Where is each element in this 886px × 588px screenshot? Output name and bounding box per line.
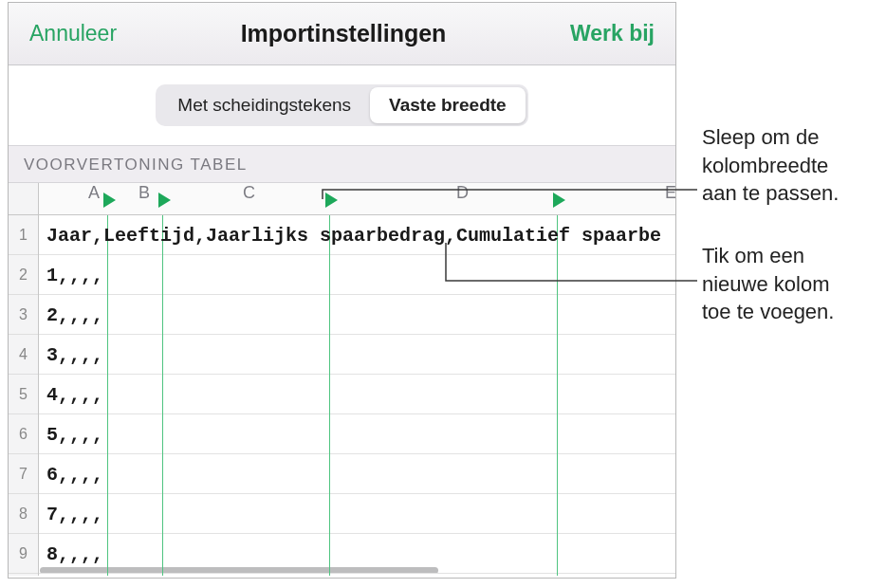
- callout-tap: Tik om een nieuwe kolom toe te voegen.: [702, 242, 834, 326]
- section-header-preview: VOORVERTONING TABEL: [9, 145, 675, 183]
- row-content: 2,,,,: [46, 304, 103, 326]
- column-divider-line[interactable]: [557, 215, 558, 576]
- column-divider-handle[interactable]: [103, 193, 116, 208]
- row-content: 7,,,,: [46, 504, 103, 525]
- row-content: 1,,,,: [46, 265, 103, 286]
- apply-button[interactable]: Werk bij: [570, 21, 655, 46]
- row-header: 8: [9, 494, 38, 534]
- column-divider-line[interactable]: [107, 215, 108, 576]
- column-divider-handle[interactable]: [325, 193, 338, 208]
- row-header: 3: [9, 295, 38, 335]
- segment-fixed-width[interactable]: Vaste breedte: [370, 87, 526, 123]
- mode-segment-row: Met scheidingstekens Vaste breedte: [9, 65, 675, 145]
- column-divider-line[interactable]: [162, 215, 163, 576]
- preview-body: 123456789 Jaar,Leeftijd,Jaarlijks spaarb…: [9, 215, 675, 576]
- column-divider-line[interactable]: [329, 215, 330, 576]
- row-header: 1: [9, 215, 38, 255]
- column-divider-handle[interactable]: [158, 193, 171, 208]
- row-header: 5: [9, 375, 38, 414]
- column-header-e: E: [665, 183, 675, 215]
- row-header: 4: [9, 335, 38, 375]
- import-settings-panel: Annuleer Importinstellingen Werk bij Met…: [8, 2, 676, 579]
- row-content: 4,,,,: [46, 384, 103, 406]
- row-header: 9: [9, 534, 38, 574]
- row-header: 7: [9, 454, 38, 494]
- row-content: 5,,,,: [46, 424, 103, 446]
- column-header-row: ABCDE: [9, 183, 675, 215]
- corner-cell: [9, 183, 39, 214]
- segment-delimited[interactable]: Met scheidingstekens: [158, 87, 370, 123]
- column-headers[interactable]: ABCDE: [39, 183, 675, 214]
- data-area[interactable]: Jaar,Leeftijd,Jaarlijks spaarbedrag,Cumu…: [39, 215, 675, 576]
- column-header-a: A: [88, 183, 100, 215]
- mode-segmented-control[interactable]: Met scheidingstekens Vaste breedte: [156, 84, 527, 126]
- table-preview: ABCDE 123456789 Jaar,Leeftijd,Jaarlijks …: [9, 183, 675, 576]
- column-header-b: B: [138, 183, 150, 215]
- row-content: Jaar,Leeftijd,Jaarlijks spaarbedrag,Cumu…: [46, 225, 661, 247]
- row-content: 3,,,,: [46, 344, 103, 366]
- row-content: 8,,,,: [46, 543, 103, 565]
- row-headers: 123456789: [9, 215, 39, 576]
- column-header-c: C: [243, 183, 255, 215]
- page-title: Importinstellingen: [241, 20, 447, 47]
- callout-drag: Sleep om de kolombreedte aan te passen.: [702, 123, 839, 208]
- title-bar: Annuleer Importinstellingen Werk bij: [9, 3, 675, 65]
- row-header: 6: [9, 414, 38, 454]
- column-header-d: D: [456, 183, 469, 215]
- column-divider-handle[interactable]: [553, 193, 565, 208]
- cancel-button[interactable]: Annuleer: [29, 21, 117, 46]
- row-header: 2: [9, 255, 38, 295]
- row-content: 6,,,,: [46, 464, 103, 486]
